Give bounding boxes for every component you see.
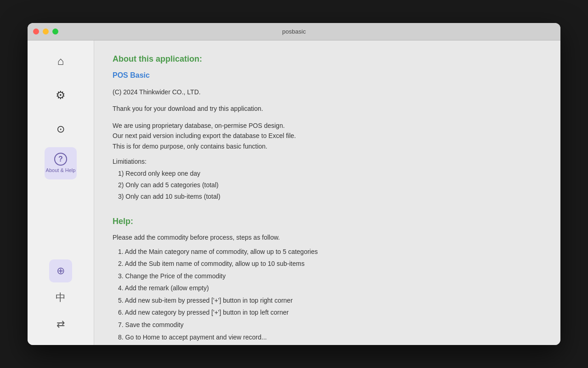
thank-you-text: Thank you for your download and try this…	[113, 104, 542, 114]
about-heading: About this application:	[113, 54, 542, 64]
sidebar-item-settings[interactable]: ⚙	[45, 79, 77, 111]
title-bar: posbasic	[28, 23, 560, 40]
switch-button[interactable]: ⇄	[49, 313, 72, 336]
close-button[interactable]	[33, 29, 39, 34]
limitations-title: Limitiations:	[113, 158, 542, 165]
copyright-text: (C) 2024 Thinkwider CO., LTD.	[113, 87, 542, 97]
window-title: posbasic	[282, 28, 305, 35]
main-content: About this application: POS Basic (C) 20…	[94, 40, 560, 345]
limitation-3: 3) Only can add 10 sub-items (total)	[113, 191, 542, 202]
help-section: Help: Please add the commodity before pr…	[113, 217, 542, 344]
sidebar-item-about-label: About & Help	[46, 167, 76, 173]
desc-line2: Our next paid version including export t…	[113, 132, 296, 139]
sidebar: ⌂ ⚙ ⊙ ? About & Help ⊕ 中 ⇄	[28, 40, 94, 345]
language-globe-button[interactable]: ⊕	[49, 259, 72, 282]
help-step-3: 3. Change the Price of the commodity	[113, 270, 542, 282]
sidebar-item-home[interactable]: ⌂	[45, 45, 77, 77]
chinese-icon: 中	[56, 291, 66, 305]
minimize-button[interactable]	[43, 29, 49, 34]
question-icon: ?	[54, 153, 67, 166]
help-step-6: 6. Add new category by pressed ['+'] but…	[113, 306, 542, 319]
gear-icon: ⚙	[56, 90, 66, 101]
sidebar-bottom: ⊕ 中 ⇄	[49, 259, 72, 340]
app-window: posbasic ⌂ ⚙ ⊙ ? About & Help ⊕	[28, 23, 560, 345]
language-zh-button[interactable]: 中	[49, 286, 72, 309]
help-step-5: 5. Add new sub-item by pressed ['+'] but…	[113, 294, 542, 307]
traffic-lights	[33, 29, 58, 34]
help-heading: Help:	[113, 217, 542, 226]
help-step-1: 1. Add the Main category name of commodi…	[113, 246, 542, 258]
home-icon: ⌂	[57, 56, 64, 67]
help-step-7: 7. Save the commodity	[113, 319, 542, 331]
app-body: ⌂ ⚙ ⊙ ? About & Help ⊕ 中 ⇄	[28, 40, 560, 345]
desc-line3: This is for demo purpose, only contains …	[113, 143, 267, 150]
globe-icon: ⊕	[57, 265, 65, 277]
desc-line1: We are using proprietary database, on-pe…	[113, 122, 285, 129]
help-step-2: 2. Add the Sub item name of commodity, a…	[113, 258, 542, 270]
description-text: We are using proprietary database, on-pe…	[113, 121, 542, 151]
sidebar-item-history[interactable]: ⊙	[45, 113, 77, 145]
help-step-8: 8. Go to Home to accept payment and view…	[113, 331, 542, 344]
clock-icon: ⊙	[57, 124, 65, 134]
help-step-4: 4. Add the remark (allow empty)	[113, 282, 542, 294]
switch-icon: ⇄	[57, 318, 65, 330]
sidebar-item-about[interactable]: ? About & Help	[45, 147, 77, 179]
help-intro: Please add the commodity before process,…	[113, 234, 542, 241]
limitation-2: 2) Only can add 5 categories (total)	[113, 179, 542, 191]
maximize-button[interactable]	[52, 29, 58, 34]
limitation-1: 1) Record only keep one day	[113, 168, 542, 179]
app-name: POS Basic	[113, 71, 542, 80]
